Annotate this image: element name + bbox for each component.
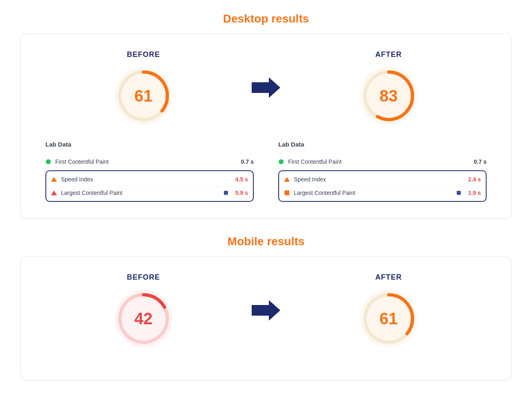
desktop-after-lcp-label: Largest Contentful Paint: [294, 190, 451, 196]
desktop-after-si-row: Speed Index 2.4 s: [279, 173, 486, 186]
desktop-after-lcp-row: Largest Contentful Paint 1.9 s: [279, 186, 486, 199]
desktop-before-fcp-label: First Contentful Paint: [55, 158, 237, 165]
desktop-after-si-label: Speed Index: [294, 176, 464, 183]
desktop-title: Desktop results: [223, 12, 309, 25]
desktop-after-lcp-value: 1.9 s: [468, 190, 481, 196]
mobile-before-label: BEFORE: [127, 273, 160, 282]
mobile-card: BEFORE 42 AFTER: [20, 256, 512, 380]
si-after-icon: [284, 176, 290, 182]
desktop-after-si-value: 2.4 s: [468, 176, 481, 183]
svg-marker-2: [252, 77, 280, 98]
desktop-before-highlight-group: Speed Index 4.5 s Largest Contentful Pai…: [45, 170, 254, 202]
mobile-after-col: AFTER 61: [291, 273, 487, 347]
desktop-score-row: BEFORE 61 AFTER: [45, 50, 487, 124]
mobile-title: Mobile results: [228, 235, 304, 248]
arrow-icon: [252, 77, 280, 98]
desktop-after-lab-title: Lab Data: [278, 141, 487, 148]
lcp-after-icon: [284, 190, 290, 196]
desktop-after-fcp-row: First Contentful Paint 0.7 s: [278, 154, 487, 169]
mobile-before-gauge: 42: [115, 290, 172, 347]
desktop-after-fcp-value: 0.7 s: [474, 158, 487, 165]
desktop-before-lcp-row: Largest Contentful Paint 5.9 s: [46, 186, 253, 199]
desktop-after-label: AFTER: [375, 50, 402, 59]
mobile-arrow-icon: [252, 300, 280, 321]
si-before-icon: [51, 176, 57, 182]
lcp-after-blue-sq: [457, 191, 461, 195]
lcp-before-blue-sq: [224, 191, 228, 195]
desktop-before-si-row: Speed Index 4.5 s: [46, 173, 253, 186]
fcp-before-icon: [45, 159, 51, 165]
mobile-after-gauge: 61: [360, 290, 417, 347]
desktop-before-lcp-value: 5.9 s: [235, 190, 248, 196]
mobile-before-score: 42: [134, 310, 153, 328]
mobile-before-col: BEFORE 42: [45, 273, 241, 347]
desktop-before-si-label: Speed Index: [61, 176, 231, 183]
svg-marker-7: [252, 300, 280, 321]
desktop-after-gauge: 83: [360, 67, 417, 124]
fcp-after-icon: [278, 159, 284, 165]
mobile-after-label: AFTER: [375, 273, 402, 282]
desktop-after-lab: Lab Data First Contentful Paint 0.7 s Sp…: [278, 141, 487, 202]
desktop-lab-section: Lab Data First Contentful Paint 0.7 s Sp…: [45, 141, 487, 202]
desktop-card: BEFORE 61 AFTER: [20, 34, 512, 219]
desktop-before-si-value: 4.5 s: [235, 176, 248, 183]
desktop-arrow: [241, 77, 291, 98]
mobile-after-score: 61: [379, 310, 398, 328]
desktop-after-highlight-group: Speed Index 2.4 s Largest Contentful Pai…: [278, 170, 487, 202]
desktop-before-col: BEFORE 61: [45, 50, 241, 124]
desktop-before-label: BEFORE: [127, 50, 160, 59]
mobile-arrow: [241, 300, 291, 321]
desktop-after-score: 83: [379, 87, 398, 105]
desktop-after-fcp-label: First Contentful Paint: [288, 158, 470, 165]
desktop-before-gauge: 61: [115, 67, 172, 124]
desktop-before-lab: Lab Data First Contentful Paint 0.7 s Sp…: [45, 141, 254, 202]
desktop-before-lcp-label: Largest Contentful Paint: [61, 190, 218, 196]
mobile-score-row: BEFORE 42 AFTER: [45, 273, 487, 347]
desktop-before-fcp-value: 0.7 s: [241, 158, 254, 165]
desktop-before-score: 61: [134, 87, 153, 105]
desktop-after-col: AFTER 83: [291, 50, 487, 124]
desktop-before-fcp-row: First Contentful Paint 0.7 s: [45, 154, 254, 169]
desktop-before-lab-title: Lab Data: [45, 141, 254, 148]
lcp-before-icon: [51, 190, 57, 196]
